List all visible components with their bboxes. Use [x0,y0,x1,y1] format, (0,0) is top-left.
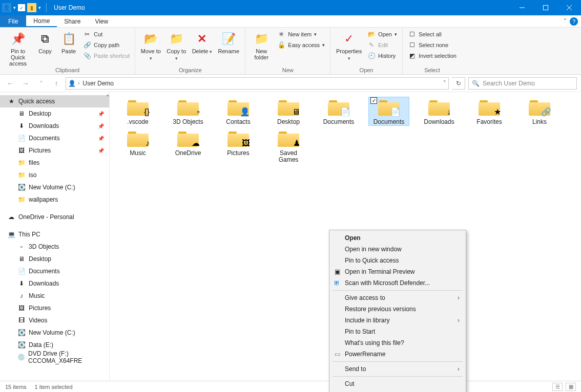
back-button[interactable]: ← [4,77,16,90]
select-none-button[interactable]: ☐Select none [407,40,458,50]
sidebar-item-downloads[interactable]: ⬇Downloads [0,277,109,290]
copy-path-button[interactable]: 🔗Copy path [82,40,131,50]
ctx-powerrename[interactable]: ▭PowerRename [330,349,465,360]
delete-button[interactable]: ✕Delete [191,30,213,55]
sidebar-item-3d-objects[interactable]: ▫3D Objects [0,241,109,253]
forward-button[interactable]: → [19,77,32,90]
sidebar-item-files[interactable]: 📁files [0,157,109,169]
ctx-restore-versions[interactable]: Restore previous versions [330,303,465,315]
sidebar-item-documents[interactable]: 📄Documents [0,265,109,277]
folder-item-links[interactable]: 🔗Links [520,97,559,125]
paste-shortcut-button[interactable]: 📎Paste shortcut [82,51,131,60]
icons-view-button[interactable]: ▦ [566,383,576,391]
onedrive-node[interactable]: ☁OneDrive - Personal [0,211,109,223]
ctx-include-library[interactable]: Include in library› [330,315,465,326]
address-row: ← → ˅ ↑ 👤› User Demo ˅ ↻ 🔍 Search User D… [0,75,581,92]
refresh-button[interactable]: ↻ [452,77,465,90]
folder-item-contacts[interactable]: 👤Contacts [218,97,258,125]
address-location[interactable]: User Demo [82,80,114,87]
ctx-whats-using[interactable]: What's using this file? [330,337,465,349]
copy-to-button[interactable]: 📁Copy to [165,30,188,61]
folder-item-pictures[interactable]: 🖼Pictures [218,128,258,163]
ctx-open-new-window[interactable]: Open in new window [330,244,465,255]
sidebar-item-desktop[interactable]: 🖥Desktop [0,253,109,265]
ctx-copy[interactable]: Copy [330,389,465,392]
folder-item-documents[interactable]: ✓📄Documents [369,97,409,125]
sidebar-item-wallpapers[interactable]: 📁wallpapers [0,193,109,206]
qat-dropdown2-icon[interactable]: ▾ [38,5,41,10]
folder-qat-icon[interactable]: ▮ [27,3,36,12]
new-folder-button[interactable]: 📁New folder [250,30,273,60]
sidebar-item-music[interactable]: ♪Music [0,290,109,302]
folder-item-saved-games[interactable]: ♟Saved Games [268,128,308,163]
explorer-body: ▴ ★Quick access🖥Desktop📌⬇Downloads📌📄Docu… [0,92,581,381]
sidebar-item-videos[interactable]: 🎞Videos [0,314,109,326]
history-button[interactable]: 🕘History [366,51,398,60]
minimize-button[interactable] [510,0,534,15]
ctx-send-to[interactable]: Send to› [330,363,465,375]
this-pc-node[interactable]: 💻This PC [0,228,109,241]
sidebar-item-pictures[interactable]: 🖼Pictures [0,302,109,314]
sidebar-item-dvd-drive-f-cccoma-x64fre[interactable]: 💿DVD Drive (F:) CCCOMA_X64FRE [0,351,109,363]
edit-button[interactable]: ✎Edit [366,40,398,50]
folder-item-documents[interactable]: 📄Documents [319,97,359,125]
ctx-open-terminal[interactable]: ▣Open in Terminal Preview [330,266,465,277]
sidebar-item-iso[interactable]: 📁iso [0,169,109,181]
copyto-icon: 📁 [168,31,184,47]
folder-item-3d-objects[interactable]: ▫3D Objects [168,97,208,125]
rename-button[interactable]: 📝Rename [216,30,241,54]
properties-button[interactable]: ✓Properties [335,30,363,61]
home-tab[interactable]: Home [26,15,57,27]
scroll-up-icon[interactable]: ▴ [107,92,109,97]
up-button[interactable]: ↑ [50,77,63,90]
ctx-open[interactable]: Open [330,232,465,244]
sidebar-item-new-volume-c-[interactable]: 💽New Volume (C:) [0,181,109,193]
folder-item--vscode[interactable]: {}.vscode [118,97,158,125]
address-dropdown-icon[interactable]: ˅ [443,80,446,86]
folder-item-desktop[interactable]: 🖥Desktop [268,97,308,125]
select-all-button[interactable]: ☐Select all [407,30,458,39]
easy-access-button[interactable]: 🔓Easy access ▾ [276,40,326,50]
help-icon[interactable]: ? [570,17,578,26]
folder-item-onedrive[interactable]: ☁OneDrive [168,128,208,163]
move-to-button[interactable]: 📂Move to [139,30,162,61]
details-view-button[interactable]: ☰ [552,383,563,391]
svg-rect-1 [544,6,548,10]
sidebar-item-pictures[interactable]: 🖼Pictures📌 [0,144,109,157]
sidebar-item-desktop[interactable]: 🖥Desktop📌 [0,107,109,120]
sidebar-item-downloads[interactable]: ⬇Downloads📌 [0,120,109,132]
qat-dropdown-icon[interactable]: ▾ [13,5,16,10]
address-bar[interactable]: 👤› User Demo ˅ [66,77,449,90]
paste-button[interactable]: 📋Paste [58,30,79,54]
view-tab[interactable]: View [88,15,115,27]
ctx-cut[interactable]: Cut [330,378,465,389]
folder-icon: 💿 [17,353,25,361]
new-item-button[interactable]: ✳New item ▾ [276,30,326,39]
quick-access-node[interactable]: ★Quick access [0,95,109,107]
cut-button[interactable]: ✂Cut [82,30,131,39]
sidebar-item-documents[interactable]: 📄Documents📌 [0,132,109,144]
open-button[interactable]: 📂Open ▾ [366,30,398,39]
properties-qat-icon[interactable]: ✓ [18,4,25,11]
ctx-pin-quick-access[interactable]: Pin to Quick access [330,255,465,266]
invert-selection-button[interactable]: ◩Invert selection [407,51,458,60]
recent-dropdown[interactable]: ˅ [35,77,47,90]
items-view[interactable]: {}.vscode▫3D Objects👤Contacts🖥Desktop📄Do… [110,92,581,381]
folder-item-music[interactable]: ♪Music [118,128,158,163]
pin-quick-access-button[interactable]: 📌Pin to Quick access [4,30,32,67]
sidebar-item-new-volume-c-[interactable]: 💽New Volume (C:) [0,326,109,339]
search-input[interactable]: 🔍 Search User Demo [468,77,577,90]
collapse-ribbon-icon[interactable]: ˄ [564,18,567,25]
status-bar: 15 items 1 item selected ☰ ▦ [0,381,581,392]
ctx-give-access[interactable]: Give access to› [330,292,465,303]
ctx-scan-defender[interactable]: ⛨Scan with Microsoft Defender... [330,277,465,289]
sidebar-item-data-e-[interactable]: 💽Data (E:) [0,339,109,351]
folder-item-favorites[interactable]: ★Favorites [469,97,509,125]
folder-item-downloads[interactable]: ↓Downloads [419,97,459,125]
copy-button[interactable]: ⧉Copy [35,30,55,54]
close-button[interactable] [557,0,581,15]
share-tab[interactable]: Share [57,15,88,27]
file-tab[interactable]: File [0,15,26,27]
ctx-pin-start[interactable]: Pin to Start [330,326,465,337]
maximize-button[interactable] [534,0,557,15]
